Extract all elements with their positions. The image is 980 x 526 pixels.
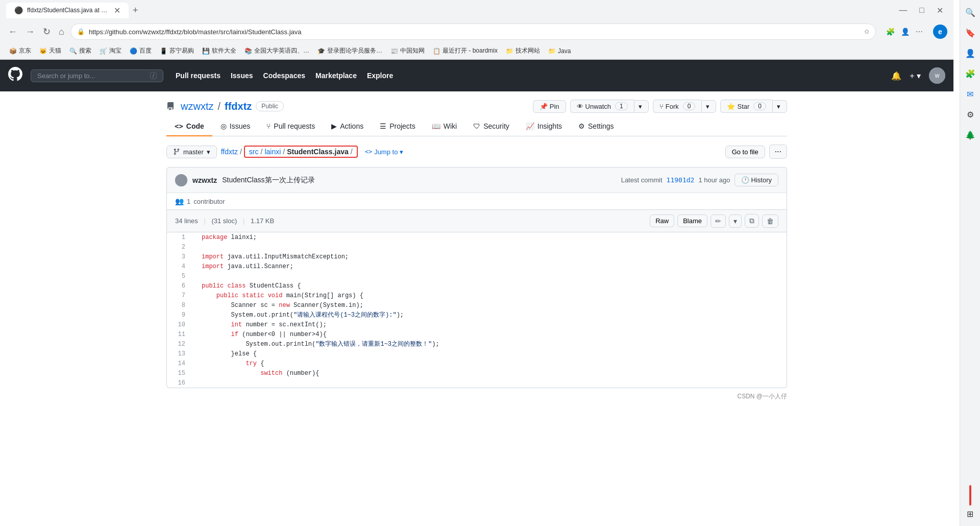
line-anchor[interactable]: 14	[178, 360, 185, 367]
tab-pull-requests[interactable]: ⑂ Pull requests	[258, 117, 323, 136]
copy-raw-button[interactable]: ⧉	[745, 214, 759, 228]
code-viewer[interactable]: 1 package lainxi; 2 3 import java.util.I…	[167, 232, 787, 388]
bookmark-login[interactable]: 🎓 登录图论学员服务…	[314, 45, 385, 56]
line-anchor[interactable]: 15	[178, 370, 185, 377]
line-number[interactable]: 5	[167, 271, 193, 281]
sidebar-bookmark-icon[interactable]: 🔖	[962, 25, 978, 41]
fork-dropdown[interactable]: ▾	[701, 100, 716, 113]
line-anchor[interactable]: 3	[182, 253, 185, 260]
nav-codespaces[interactable]: Codespaces	[259, 69, 309, 82]
history-button[interactable]: 🕐 History	[734, 174, 778, 186]
blame-button[interactable]: Blame	[677, 214, 707, 227]
bookmark-java[interactable]: 📁 Java	[545, 46, 574, 56]
pin-button[interactable]: 📌 Pin	[533, 100, 566, 113]
more-options-button[interactable]: ···	[769, 145, 787, 159]
committer-avatar[interactable]	[175, 174, 187, 186]
line-number[interactable]: 9	[167, 310, 193, 320]
tab-security[interactable]: 🛡 Security	[465, 117, 518, 136]
line-number[interactable]: 12	[167, 339, 193, 349]
breadcrumb-repo[interactable]: ffdxtz	[221, 148, 238, 156]
line-anchor[interactable]: 7	[182, 292, 185, 299]
nav-explore[interactable]: Explore	[363, 69, 397, 82]
line-number[interactable]: 10	[167, 320, 193, 329]
tab-close-button[interactable]: ✕	[114, 6, 120, 15]
edit-button[interactable]: ✏	[710, 214, 726, 228]
tab-actions[interactable]: ▶ Actions	[323, 117, 372, 136]
tab-wiki[interactable]: 📖 Wiki	[424, 117, 465, 136]
commit-hash-link[interactable]: 11901d2	[667, 176, 695, 184]
line-anchor[interactable]: 10	[178, 321, 185, 328]
line-number[interactable]: 8	[167, 300, 193, 310]
sidebar-outlook-icon[interactable]: ✉	[962, 86, 978, 102]
star-dropdown[interactable]: ▾	[772, 100, 787, 113]
forward-button[interactable]: →	[23, 25, 37, 39]
close-button[interactable]: ✕	[933, 5, 947, 16]
repo-owner-link[interactable]: wzwxtz	[181, 101, 213, 112]
tab-issues[interactable]: ◎ Issues	[212, 117, 258, 136]
maximize-button[interactable]: □	[915, 5, 928, 16]
line-anchor[interactable]: 6	[182, 282, 185, 290]
tab-settings[interactable]: ⚙ Settings	[570, 117, 622, 136]
line-number[interactable]: 1	[167, 232, 193, 242]
profile-button[interactable]: 👤	[899, 26, 912, 38]
github-search[interactable]: Search or jump to... /	[31, 69, 163, 82]
nav-pull-requests[interactable]: Pull requests	[172, 69, 225, 82]
bookmark-software[interactable]: 💾 软件大全	[199, 45, 239, 56]
line-anchor[interactable]: 2	[182, 244, 185, 251]
bookmark-baidu[interactable]: 🔵 百度	[127, 45, 155, 56]
bookmark-suning[interactable]: 📱 苏宁易购	[157, 45, 197, 56]
breadcrumb-lainxi[interactable]: lainxi	[264, 148, 281, 156]
extensions-button[interactable]: 🧩	[884, 26, 897, 38]
notifications-button[interactable]: 🔔	[891, 71, 901, 81]
new-item-button[interactable]: + ▾	[910, 71, 921, 81]
user-avatar[interactable]: w	[929, 67, 945, 84]
nav-issues[interactable]: Issues	[227, 69, 257, 82]
line-anchor[interactable]: 5	[182, 273, 185, 280]
bookmark-jd[interactable]: 📦 京东	[6, 45, 34, 56]
new-tab-button[interactable]: +	[133, 5, 138, 16]
minimize-button[interactable]: —	[895, 5, 911, 16]
star-button[interactable]: ⭐ Star 0	[720, 100, 772, 113]
line-number[interactable]: 2	[167, 242, 193, 252]
watch-dropdown[interactable]: ▾	[634, 100, 649, 113]
branch-selector[interactable]: master ▾	[166, 146, 217, 158]
bookmark-english[interactable]: 📚 全国大学英语四、…	[241, 45, 312, 56]
sidebar-extension-icon[interactable]: 🧩	[962, 65, 978, 82]
goto-file-button[interactable]: Go to file	[725, 146, 765, 158]
line-anchor[interactable]: 11	[178, 331, 185, 338]
bookmark-tech[interactable]: 📁 技术网站	[503, 45, 543, 56]
breadcrumb-src[interactable]: src	[249, 148, 259, 156]
bookmark-tianmao[interactable]: 🐱 天猫	[36, 45, 64, 56]
sidebar-tree-icon[interactable]: 🌲	[962, 127, 978, 143]
address-bar[interactable]: 🔒 https://github.com/wzwxtz/ffdxtz/blob/…	[70, 23, 876, 40]
line-anchor[interactable]: 9	[182, 312, 185, 319]
line-anchor[interactable]: 16	[178, 379, 185, 387]
line-number[interactable]: 3	[167, 252, 193, 261]
jump-to-button[interactable]: <> Jump to ▾	[360, 146, 409, 158]
tab-projects[interactable]: ☰ Projects	[372, 117, 424, 136]
sidebar-settings-icon[interactable]: ⚙	[962, 106, 978, 123]
bookmark-search[interactable]: 🔍 搜索	[66, 45, 94, 56]
line-number[interactable]: 6	[167, 281, 193, 291]
line-anchor[interactable]: 1	[182, 234, 185, 241]
line-anchor[interactable]: 13	[178, 350, 185, 357]
line-number[interactable]: 7	[167, 291, 193, 300]
home-button[interactable]: ⌂	[57, 25, 66, 39]
nav-marketplace[interactable]: Marketplace	[311, 69, 361, 82]
line-number[interactable]: 15	[167, 368, 193, 378]
tab-code[interactable]: <> Code	[166, 117, 212, 136]
line-number[interactable]: 16	[167, 378, 193, 388]
reload-button[interactable]: ↻	[41, 24, 53, 39]
tab-insights[interactable]: 📈 Insights	[518, 117, 570, 136]
bookmark-cnki[interactable]: 📰 中国知网	[387, 45, 428, 56]
line-number[interactable]: 13	[167, 349, 193, 358]
back-button[interactable]: ←	[6, 25, 19, 39]
delete-button[interactable]: 🗑	[762, 214, 778, 228]
repo-name-link[interactable]: ffdxtz	[225, 101, 252, 112]
fork-button[interactable]: ⑂ Fork 0	[653, 100, 702, 113]
committer-username[interactable]: wzwxtz	[192, 176, 217, 184]
sidebar-search-icon[interactable]: 🔍	[962, 4, 978, 20]
raw-button[interactable]: Raw	[650, 214, 674, 227]
line-number[interactable]: 14	[167, 358, 193, 368]
line-anchor[interactable]: 4	[182, 263, 185, 270]
